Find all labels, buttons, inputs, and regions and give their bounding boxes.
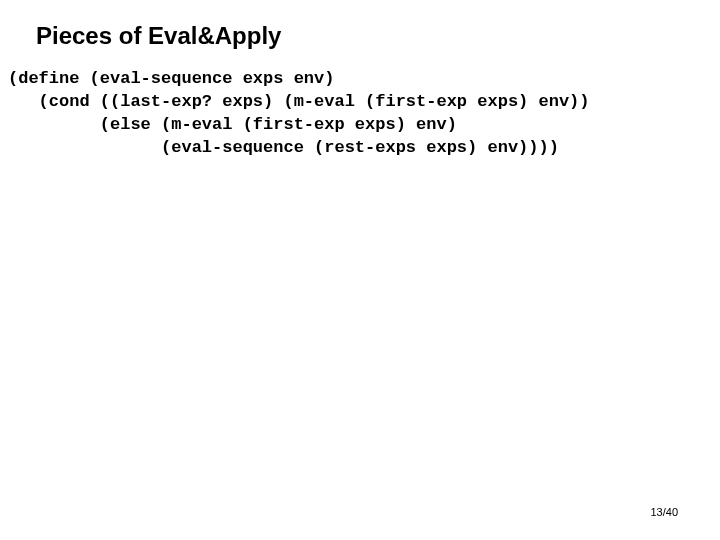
slide-container: Pieces of Eval&Apply (define (eval-seque… xyxy=(0,0,720,540)
code-block: (define (eval-sequence exps env) (cond (… xyxy=(0,68,720,160)
code-line: (else (m-eval (first-exp exps) env) xyxy=(8,115,457,134)
code-line: (eval-sequence (rest-exps exps) env)))) xyxy=(8,138,559,157)
page-number: 13/40 xyxy=(650,506,678,518)
code-line: (cond ((last-exp? exps) (m-eval (first-e… xyxy=(8,92,590,111)
code-line: (define (eval-sequence exps env) xyxy=(8,69,334,88)
slide-title: Pieces of Eval&Apply xyxy=(0,22,720,50)
